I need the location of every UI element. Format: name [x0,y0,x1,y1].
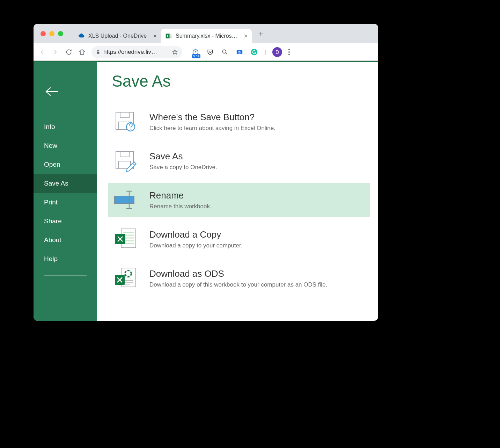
option-desc: Click here to learn about saving in Exce… [149,125,275,132]
download-ods-icon [112,266,140,290]
option-desc: Save a copy to OneDrive. [149,164,217,171]
sidebar-item-info[interactable]: Info [34,117,97,136]
back-arrow-icon[interactable] [44,86,97,98]
svg-rect-2 [97,52,100,53]
option-title: Download a Copy [149,229,242,240]
svg-rect-9 [120,112,129,118]
sidebar-item-new[interactable]: New [34,136,97,155]
save-as-icon [112,149,140,173]
option-title: Rename [149,190,212,201]
window-controls[interactable] [41,31,63,36]
browser-window: XLS Upload - OneDrive × Summary.xlsx - M… [34,24,378,321]
download-copy-icon [112,227,140,251]
tab-title: XLS Upload - OneDrive [88,33,149,39]
close-tab-icon[interactable]: × [244,32,248,40]
option-desc: Rename this workbook. [149,203,212,210]
star-icon[interactable] [172,49,178,55]
extension-blue-icon[interactable]: B [235,48,244,56]
tab-title: Summary.xlsx - Microsoft E [176,33,240,39]
back-button[interactable] [38,48,46,56]
browser-toolbar: https://onedrive.liv… 5.31 B | D [34,43,378,61]
save-help-icon [112,109,140,134]
extension-icons: 5.31 B | D [191,47,290,57]
pocket-icon[interactable] [206,48,214,56]
extension-badge: 5.31 [192,54,200,58]
excel-icon [165,32,172,39]
svg-rect-14 [120,151,129,157]
maximize-window-icon[interactable] [58,31,63,36]
backstage-sidebar: Info New Open Save As Print Share About … [34,62,97,321]
sidebar-divider [44,275,87,276]
rename-icon [112,188,140,212]
address-bar[interactable]: https://onedrive.liv… [91,46,182,58]
option-rename[interactable]: Rename Rename this workbook. [108,183,370,217]
option-download-ods[interactable]: Download as ODS Download a copy of this … [108,261,370,295]
option-download-copy[interactable]: Download a Copy Download a copy to your … [108,222,370,256]
url-text: https://onedrive.liv… [103,49,169,56]
svg-rect-16 [115,196,134,204]
browser-tab-onedrive[interactable]: XLS Upload - OneDrive × [74,29,161,43]
backstage-main: Save As Where's the Save Button? Click h… [97,62,378,321]
extension-timer-icon[interactable]: 5.31 [191,48,200,56]
search-extension-icon[interactable] [221,48,229,56]
tab-strip: XLS Upload - OneDrive × Summary.xlsx - M… [34,24,378,43]
sidebar-item-open[interactable]: Open [34,155,97,174]
svg-text:B: B [238,50,241,54]
option-title: Download as ODS [149,268,327,279]
sidebar-item-about[interactable]: About [34,231,97,250]
sidebar-item-share[interactable]: Share [34,212,97,231]
svg-point-4 [222,50,226,53]
reload-button[interactable] [65,48,73,56]
close-tab-icon[interactable]: × [153,32,157,40]
sidebar-item-help[interactable]: Help [34,250,97,268]
lock-icon [96,50,101,55]
sidebar-item-print[interactable]: Print [34,193,97,212]
browser-tab-excel[interactable]: Summary.xlsx - Microsoft E × [161,29,252,43]
onedrive-icon [78,32,85,39]
option-desc: Download a copy to your computer. [149,242,242,249]
grammarly-icon[interactable] [250,48,258,56]
home-button[interactable] [78,48,86,56]
page-title: Save As [112,72,378,91]
svg-point-12 [131,129,132,130]
option-title: Save As [149,151,217,162]
option-save-as[interactable]: Save As Save a copy to OneDrive. [108,144,370,178]
forward-button[interactable] [52,48,59,56]
new-tab-button[interactable]: ＋ [255,27,267,40]
option-desc: Download a copy of this workbook to your… [149,281,327,288]
close-window-icon[interactable] [41,31,46,36]
option-where-save-button[interactable]: Where's the Save Button? Click here to l… [108,104,370,139]
profile-avatar[interactable]: D [272,47,282,57]
option-title: Where's the Save Button? [149,112,275,123]
browser-menu-icon[interactable] [288,49,290,55]
minimize-window-icon[interactable] [49,31,54,36]
sidebar-item-save-as[interactable]: Save As [34,174,97,193]
excel-backstage: Info New Open Save As Print Share About … [34,61,378,321]
svg-point-7 [251,49,257,55]
